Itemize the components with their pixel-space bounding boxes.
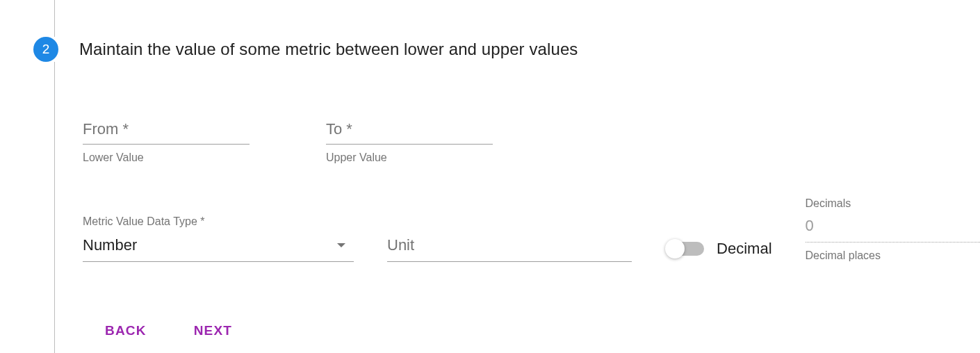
- step-actions: BACK NEXT: [83, 262, 980, 338]
- config-row: Metric Value Data Type * Number Decimal …: [83, 197, 980, 262]
- range-row: Lower Value Upper Value: [83, 117, 980, 164]
- data-type-label: Metric Value Data Type *: [83, 215, 354, 228]
- from-input[interactable]: [83, 117, 250, 145]
- decimal-toggle-label: Decimal: [717, 240, 771, 258]
- decimals-helper: Decimal places: [806, 249, 980, 262]
- data-type-select[interactable]: Number: [83, 233, 354, 262]
- unit-input[interactable]: [387, 233, 632, 262]
- to-helper: Upper Value: [326, 151, 493, 164]
- step-title: Maintain the value of some metric betwee…: [79, 40, 578, 59]
- step-header: 2 Maintain the value of some metric betw…: [33, 0, 980, 62]
- decimal-toggle-wrap: Decimal: [665, 240, 771, 262]
- chevron-down-icon: [337, 243, 345, 247]
- unit-field: [387, 233, 632, 262]
- from-helper: Lower Value: [83, 151, 250, 164]
- decimals-label: Decimals: [806, 197, 980, 210]
- decimals-field: Decimals Decimal places: [806, 197, 980, 262]
- data-type-value: Number: [83, 236, 137, 254]
- data-type-field: Metric Value Data Type * Number: [83, 215, 354, 262]
- to-input[interactable]: [326, 117, 493, 145]
- from-field: Lower Value: [83, 117, 250, 164]
- step-container: 2 Maintain the value of some metric betw…: [0, 0, 980, 353]
- next-button[interactable]: NEXT: [194, 323, 232, 338]
- stepper-connector-line: [54, 0, 55, 37]
- to-field: Upper Value: [326, 117, 493, 164]
- toggle-thumb: [665, 239, 685, 258]
- back-button[interactable]: BACK: [105, 323, 147, 338]
- decimal-toggle[interactable]: [665, 240, 705, 257]
- decimals-input[interactable]: [806, 214, 980, 243]
- step-number-badge: 2: [33, 37, 58, 62]
- step-body: Lower Value Upper Value Metric Value Dat…: [54, 62, 980, 353]
